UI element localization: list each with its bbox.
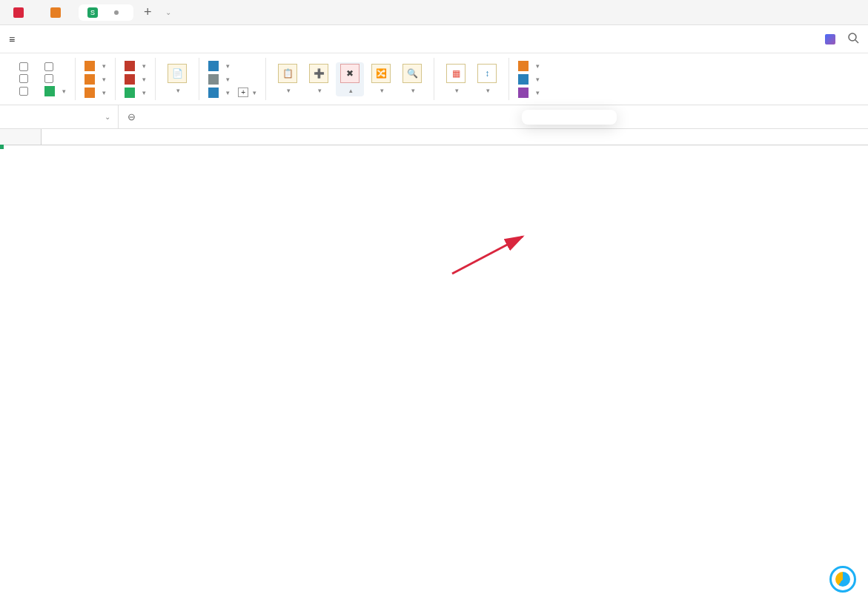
selection-rectangle bbox=[0, 145, 3, 148]
cancel-icon[interactable]: ⊖ bbox=[127, 111, 136, 122]
btn-find-match[interactable]: 🔍▾ bbox=[398, 62, 426, 96]
btn-merge-convert[interactable]: 🔀▾ bbox=[367, 62, 395, 96]
search-icon[interactable] bbox=[847, 32, 859, 46]
value-icon: 📄 bbox=[168, 64, 187, 83]
btn-stat-sum[interactable]: ▾ bbox=[517, 73, 541, 85]
wps-ai-button[interactable] bbox=[825, 34, 838, 44]
sort-icon: ↕ bbox=[477, 64, 497, 83]
color-analysis-icon bbox=[518, 61, 529, 71]
svg-line-2 bbox=[452, 237, 523, 274]
check-number[interactable] bbox=[18, 85, 33, 97]
delete-text-icon bbox=[85, 74, 95, 85]
ribbon-group-round: ▾ ▾ ▾ +▾ bbox=[199, 58, 266, 100]
column-headers bbox=[0, 129, 868, 145]
custom-icon bbox=[208, 88, 219, 98]
check-space[interactable] bbox=[18, 62, 33, 72]
hamburger-icon[interactable]: ≡ bbox=[9, 33, 15, 45]
formula-bar: ⌄ ⊖ bbox=[0, 105, 868, 129]
execute-icon bbox=[44, 86, 55, 96]
app-tab-workbook[interactable]: S bbox=[79, 4, 133, 21]
merge-icon: 🔀 bbox=[371, 64, 391, 83]
btn-new-insert[interactable]: ➕▾ bbox=[305, 62, 333, 96]
delete-space-icon bbox=[125, 74, 135, 85]
batch-delete-icon: ✖ bbox=[340, 64, 360, 83]
btn-sort[interactable]: ↕▾ bbox=[473, 62, 501, 96]
btn-color-analysis[interactable]: ▾ bbox=[517, 60, 541, 72]
select-all-corner[interactable] bbox=[0, 129, 42, 145]
insert-text-icon bbox=[85, 61, 95, 71]
fx-tools: ⊖ bbox=[119, 111, 152, 122]
btn-random[interactable]: ▦▾ bbox=[442, 62, 470, 96]
svg-point-0 bbox=[849, 33, 856, 41]
btn-delete-text[interactable]: ▾ bbox=[83, 73, 107, 85]
svg-line-1 bbox=[855, 40, 858, 43]
ribbon-toolbar: ▾ ▾ ▾ ▾ ▾ ▾ ▾ 📄 ▾ ▾ ▾ ▾ +▾ 📋▾ ➕▾ ✖▴ 🔀▾ 🔍… bbox=[0, 53, 868, 105]
ribbon-group-batch: 📋▾ ➕▾ ✖▴ 🔀▾ 🔍▾ bbox=[266, 58, 434, 100]
case-icon bbox=[125, 61, 135, 71]
btn-cut-text[interactable]: ▾ bbox=[83, 87, 107, 99]
add-tab-button[interactable]: + bbox=[138, 4, 158, 20]
chevron-down-icon: ⌄ bbox=[105, 113, 110, 121]
btn-batch-delete[interactable]: ✖▴ bbox=[336, 62, 364, 96]
btn-custom[interactable]: ▾ +▾ bbox=[207, 87, 258, 99]
ribbon-group-random: ▦▾ ↕▾ bbox=[434, 58, 509, 100]
app-tab-template[interactable] bbox=[42, 4, 74, 21]
wps-logo-icon bbox=[13, 7, 24, 18]
spreadsheet-grid[interactable] bbox=[0, 129, 868, 597]
btn-round[interactable]: ▾ bbox=[207, 60, 258, 72]
more-icon bbox=[125, 88, 135, 98]
ribbon-group-text: ▾ ▾ ▾ bbox=[76, 58, 116, 100]
round-icon bbox=[208, 61, 219, 71]
btn-data-analysis[interactable]: ▾ bbox=[517, 87, 541, 99]
find-icon: 🔍 bbox=[402, 64, 422, 83]
template-icon bbox=[50, 7, 61, 18]
watermark bbox=[829, 566, 861, 593]
batch-delete-dropdown bbox=[522, 110, 617, 125]
btn-copy-paste[interactable]: 📋▾ bbox=[274, 62, 302, 96]
data-analysis-icon bbox=[518, 88, 529, 98]
app-tab-bar: S + ⌄ bbox=[0, 0, 868, 25]
spreadsheet-icon: S bbox=[87, 7, 98, 18]
btn-delete-space[interactable]: ▾ bbox=[123, 73, 148, 85]
ribbon-group-checks: ▾ bbox=[10, 58, 76, 100]
insert-icon: ➕ bbox=[309, 64, 328, 83]
btn-more[interactable]: ▾ bbox=[123, 87, 148, 99]
name-box[interactable]: ⌄ bbox=[0, 105, 119, 128]
main-menu-bar: ≡ bbox=[0, 25, 868, 53]
cut-text-icon bbox=[85, 88, 95, 98]
btn-value[interactable]: 📄 ▾ bbox=[163, 62, 191, 96]
check-chinese[interactable] bbox=[43, 73, 58, 84]
ai-icon bbox=[825, 34, 835, 44]
btn-keep-value[interactable]: ▾ bbox=[207, 73, 258, 85]
ribbon-group-case: ▾ ▾ ▾ bbox=[116, 58, 156, 100]
keep-value-icon bbox=[208, 74, 219, 85]
modified-dot-icon bbox=[114, 10, 119, 15]
random-icon: ▦ bbox=[446, 64, 466, 83]
btn-insert-text[interactable]: ▾ bbox=[83, 60, 107, 72]
check-symbol[interactable] bbox=[18, 73, 33, 84]
watermark-logo-icon bbox=[829, 566, 856, 593]
btn-execute[interactable]: ▾ bbox=[43, 85, 67, 97]
copy-paste-icon: 📋 bbox=[278, 64, 297, 83]
sum-icon bbox=[518, 74, 529, 85]
ribbon-group-value: 📄 ▾ bbox=[156, 58, 199, 100]
btn-case[interactable]: ▾ bbox=[123, 60, 148, 72]
annotation-arrow bbox=[448, 233, 530, 277]
check-english[interactable] bbox=[43, 62, 58, 72]
tab-overflow-button[interactable]: ⌄ bbox=[165, 8, 171, 16]
ribbon-group-analysis: ▾ ▾ ▾ bbox=[509, 58, 549, 100]
app-tab-wps[interactable] bbox=[4, 4, 37, 21]
